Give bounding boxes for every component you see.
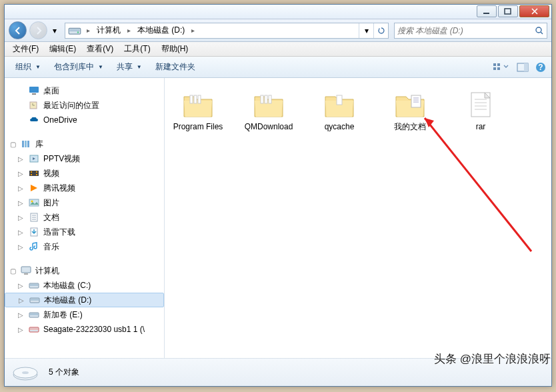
forward-button[interactable] xyxy=(29,21,47,39)
recent-icon xyxy=(29,100,39,111)
crumb-arrow[interactable]: ▸ xyxy=(125,27,133,34)
file-pane[interactable]: Program Files QMDownload qycache 我的文档 ra… xyxy=(165,78,551,358)
svg-rect-49 xyxy=(337,95,342,105)
svg-rect-1 xyxy=(505,9,511,14)
download-icon xyxy=(29,227,39,237)
menu-view[interactable]: 查看(V) xyxy=(81,42,119,56)
sidebar-lib-tencent[interactable]: ▷腾讯视频 xyxy=(5,181,164,195)
status-count: 5 个对象 xyxy=(49,367,79,378)
sidebar-computer[interactable]: ▢计算机 xyxy=(5,263,164,278)
sidebar-drive-seagate[interactable]: ▷Seagate-23223030 usb1 1 (\ xyxy=(5,322,164,337)
file-item[interactable]: Program Files xyxy=(173,91,223,131)
search-icon[interactable] xyxy=(535,26,544,35)
menu-help[interactable]: 帮助(H) xyxy=(156,42,194,56)
sidebar-drive-c[interactable]: ▷本地磁盘 (C:) xyxy=(5,278,164,293)
tool-include[interactable]: 包含到库中▼ xyxy=(49,59,109,75)
titlebar xyxy=(5,5,551,19)
svg-rect-42 xyxy=(30,328,38,330)
menu-edit[interactable]: 编辑(E) xyxy=(44,42,81,56)
svg-rect-6 xyxy=(493,63,496,66)
video-icon xyxy=(29,183,39,193)
sidebar-lib-music[interactable]: ▷音乐 xyxy=(5,239,164,254)
annotation-arrow xyxy=(418,111,538,258)
folder-icon xyxy=(323,91,355,119)
sidebar-onedrive[interactable]: OneDrive xyxy=(5,113,164,127)
maximize-button[interactable] xyxy=(498,5,518,17)
file-item[interactable]: rar xyxy=(455,91,506,131)
svg-rect-24 xyxy=(36,171,37,173)
svg-point-5 xyxy=(536,27,541,33)
network-drive-icon xyxy=(29,324,39,335)
file-item[interactable]: QMDownload xyxy=(243,91,294,131)
svg-rect-19 xyxy=(27,141,29,147)
history-dropdown[interactable]: ▾ xyxy=(50,24,59,37)
search-input[interactable] xyxy=(397,26,535,35)
svg-rect-40 xyxy=(30,313,38,315)
svg-rect-7 xyxy=(497,63,500,66)
sidebar-desktop[interactable]: 桌面 xyxy=(5,83,164,98)
svg-rect-17 xyxy=(22,141,24,147)
sidebar-drive-e[interactable]: ▷新加卷 (E:) xyxy=(5,307,164,322)
folder-doc-icon xyxy=(394,91,426,119)
crumb-drive[interactable]: 本地磁盘 (D:) xyxy=(133,23,189,38)
view-options-button[interactable] xyxy=(493,62,510,73)
refresh-button[interactable] xyxy=(373,23,388,38)
sidebar-tree: 桌面 最近访问的位置 OneDrive ▢库 ▷PPTV视频 ▷视频 ▷腾讯视频… xyxy=(5,78,165,358)
nav-bar: ▾ ▸ 计算机 ▸ 本地磁盘 (D:) ▸ ▾ xyxy=(5,19,551,42)
watermark: 头条 @浪里个浪浪浪呀 xyxy=(434,351,551,367)
sidebar-lib-xunlei[interactable]: ▷迅雷下载 xyxy=(5,225,164,239)
svg-rect-14 xyxy=(29,87,39,93)
svg-rect-34 xyxy=(24,273,28,275)
sidebar-lib-pptv[interactable]: ▷PPTV视频 xyxy=(5,151,164,166)
help-button[interactable]: ? xyxy=(535,62,546,73)
drive-icon xyxy=(29,280,39,291)
root-arrow[interactable]: ▸ xyxy=(84,27,93,34)
menu-tools[interactable]: 工具(T) xyxy=(119,42,155,56)
sidebar-drive-d[interactable]: ▷本地磁盘 (D:) xyxy=(5,293,164,307)
svg-rect-36 xyxy=(30,284,38,286)
video-icon xyxy=(29,168,39,179)
text-file-icon xyxy=(465,91,497,119)
address-dropdown[interactable]: ▾ xyxy=(359,23,373,38)
svg-rect-38 xyxy=(31,299,39,301)
document-icon xyxy=(29,212,39,223)
tool-organize[interactable]: 组织▼ xyxy=(10,59,46,75)
sidebar-lib-docs[interactable]: ▷文档 xyxy=(5,210,164,225)
svg-rect-25 xyxy=(36,174,37,175)
file-item[interactable]: 我的文档 xyxy=(385,91,435,131)
file-item[interactable]: qycache xyxy=(314,91,365,131)
drive-icon xyxy=(29,309,39,320)
crumb-computer[interactable]: 计算机 xyxy=(93,23,125,38)
onedrive-icon xyxy=(29,115,39,125)
svg-rect-43 xyxy=(190,95,193,103)
svg-rect-33 xyxy=(21,267,31,273)
svg-rect-47 xyxy=(265,95,267,103)
drive-icon xyxy=(68,24,81,37)
svg-rect-22 xyxy=(31,171,32,173)
crumb-arrow[interactable]: ▸ xyxy=(189,27,197,34)
search-box[interactable] xyxy=(394,23,547,39)
svg-rect-11 xyxy=(524,63,528,71)
minimize-button[interactable] xyxy=(477,5,497,17)
sidebar-libraries[interactable]: ▢库 xyxy=(5,137,164,151)
sidebar-lib-pictures[interactable]: ▷图片 xyxy=(5,195,164,210)
svg-rect-26 xyxy=(29,199,39,206)
svg-line-59 xyxy=(425,118,531,251)
back-button[interactable] xyxy=(9,21,27,39)
menu-file[interactable]: 文件(F) xyxy=(7,42,44,56)
tool-newfolder[interactable]: 新建文件夹 xyxy=(150,59,201,75)
svg-rect-3 xyxy=(70,29,80,31)
explorer-window: ▾ ▸ 计算机 ▸ 本地磁盘 (D:) ▸ ▾ 文件(F) 编辑(E) 查看(V… xyxy=(4,4,552,387)
sidebar-lib-video[interactable]: ▷视频 xyxy=(5,166,164,181)
address-bar[interactable]: ▸ 计算机 ▸ 本地磁盘 (D:) ▸ ▾ xyxy=(65,23,389,39)
svg-rect-18 xyxy=(25,141,27,147)
folder-icon xyxy=(253,91,285,119)
sidebar-recent[interactable]: 最近访问的位置 xyxy=(5,98,164,113)
svg-rect-15 xyxy=(32,93,36,95)
drive-icon xyxy=(11,363,39,383)
preview-pane-button[interactable] xyxy=(517,62,529,73)
close-button[interactable] xyxy=(519,5,549,17)
svg-point-62 xyxy=(22,371,29,374)
tool-share[interactable]: 共享▼ xyxy=(111,59,147,75)
video-icon xyxy=(29,153,39,164)
